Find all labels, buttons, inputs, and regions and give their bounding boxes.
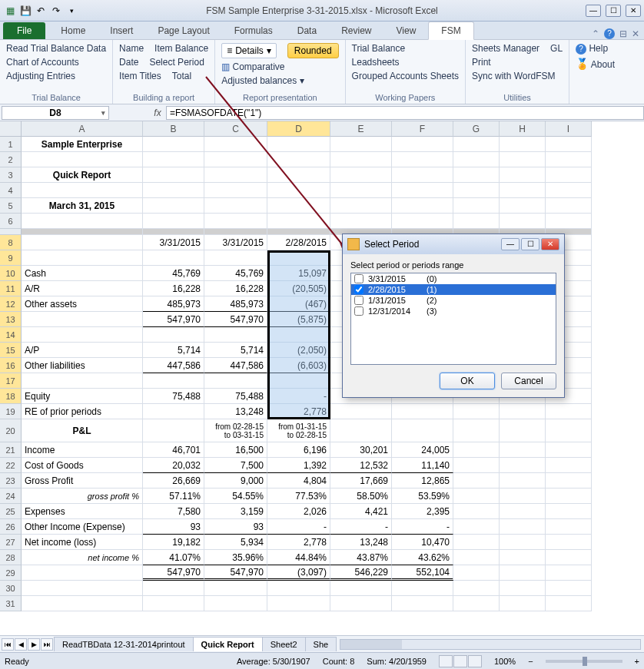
cell[interactable]: 2,778	[267, 535, 330, 550]
cell[interactable]	[453, 214, 500, 229]
cell[interactable]: 6,196	[267, 442, 330, 458]
row-header[interactable]: 16	[0, 358, 22, 373]
cell[interactable]	[204, 183, 267, 198]
cell[interactable]: 13,248	[330, 535, 392, 550]
cell[interactable]	[546, 419, 592, 442]
cell[interactable]: 547,970	[143, 565, 204, 581]
period-checkbox[interactable]	[354, 296, 363, 305]
tab-page-layout[interactable]: Page Layout	[145, 22, 221, 39]
cell[interactable]	[204, 214, 267, 229]
cell[interactable]	[330, 198, 392, 214]
tab-insert[interactable]: Insert	[98, 22, 145, 39]
cell[interactable]	[143, 198, 204, 214]
cell[interactable]: 75,488	[204, 389, 267, 404]
cell[interactable]	[143, 581, 204, 596]
cell[interactable]: Cash	[22, 266, 143, 281]
next-sheet-icon[interactable]: ▶	[28, 638, 40, 651]
row-header[interactable]: 29	[0, 565, 22, 581]
cell[interactable]: 10,470	[392, 535, 453, 550]
cell[interactable]	[330, 596, 392, 611]
cancel-button[interactable]: Cancel	[501, 373, 556, 389]
dialog-titlebar[interactable]: Select Period — ☐ ✕	[343, 234, 564, 254]
cell[interactable]: RE of prior periods	[22, 404, 143, 419]
row-header[interactable]: 20	[0, 419, 22, 442]
cell[interactable]	[22, 581, 143, 596]
adj-balances-button[interactable]: Adjusted balances ▾	[221, 75, 338, 86]
cell[interactable]	[267, 214, 330, 229]
cell[interactable]: 35.96%	[204, 550, 267, 565]
cell[interactable]	[500, 596, 546, 611]
cell[interactable]	[267, 327, 330, 343]
zoom-out-icon[interactable]: −	[528, 657, 533, 666]
tab-review[interactable]: Review	[329, 22, 383, 39]
cell[interactable]: 16,228	[204, 281, 267, 296]
undo-icon[interactable]: ↶	[34, 4, 48, 18]
cell[interactable]	[500, 519, 546, 535]
cell[interactable]: 1,392	[267, 458, 330, 473]
sheets-manager-button[interactable]: Sheets Manager	[472, 43, 539, 54]
cell[interactable]: 46,701	[143, 442, 204, 458]
name-box[interactable]: D8	[2, 106, 109, 120]
cell[interactable]: A/R	[22, 281, 143, 296]
cell[interactable]: (2,050)	[267, 343, 330, 358]
cell[interactable]	[267, 373, 330, 389]
row-header[interactable]	[0, 229, 22, 235]
row-header[interactable]: 27	[0, 535, 22, 550]
cell[interactable]	[22, 183, 143, 198]
window-restore-icon[interactable]: ⊟	[619, 28, 627, 39]
cell[interactable]: 447,586	[204, 358, 267, 373]
col-header[interactable]: G	[453, 121, 500, 137]
cell[interactable]	[453, 489, 500, 504]
cell[interactable]: 43.87%	[330, 550, 392, 565]
cell[interactable]	[143, 229, 204, 235]
period-checkbox[interactable]	[354, 274, 363, 283]
cell[interactable]: 16,500	[204, 442, 267, 458]
row-header[interactable]: 4	[0, 183, 22, 198]
cell[interactable]: net income %	[22, 550, 143, 565]
cell[interactable]: 485,973	[143, 296, 204, 312]
cell[interactable]	[267, 198, 330, 214]
read-tb-button[interactable]: Read Trial Balance Data	[6, 43, 106, 54]
cell[interactable]: Sample Enterprise	[22, 137, 143, 152]
cell[interactable]	[330, 581, 392, 596]
cell[interactable]	[392, 152, 453, 167]
cell[interactable]	[267, 250, 330, 266]
ok-button[interactable]: OK	[440, 373, 495, 389]
cell[interactable]	[204, 229, 267, 235]
cell[interactable]: Income	[22, 442, 143, 458]
cell[interactable]	[267, 229, 330, 235]
cell[interactable]: 11,140	[392, 458, 453, 473]
dialog-minimize-button[interactable]: —	[501, 238, 520, 250]
cell[interactable]	[453, 458, 500, 473]
cell[interactable]	[546, 504, 592, 519]
cell[interactable]	[500, 152, 546, 167]
cell[interactable]: (467)	[267, 296, 330, 312]
cell[interactable]: 19,182	[143, 535, 204, 550]
cell[interactable]	[392, 137, 453, 152]
row-header[interactable]: 18	[0, 389, 22, 404]
cell[interactable]: -	[330, 519, 392, 535]
cell[interactable]	[267, 152, 330, 167]
row-header[interactable]: 10	[0, 266, 22, 281]
cell[interactable]	[546, 458, 592, 473]
cell[interactable]	[392, 581, 453, 596]
cell[interactable]	[330, 404, 392, 419]
window-close-icon[interactable]: ✕	[632, 28, 639, 39]
cell[interactable]: Other liabilities	[22, 358, 143, 373]
row-header[interactable]: 25	[0, 504, 22, 519]
cell[interactable]: 26,669	[143, 473, 204, 489]
cell[interactable]	[22, 312, 143, 327]
col-header[interactable]: H	[500, 121, 546, 137]
save-icon[interactable]: 💾	[18, 4, 32, 18]
last-sheet-icon[interactable]: ⏭	[41, 638, 53, 651]
fx-icon[interactable]: fx	[149, 108, 166, 118]
cell[interactable]: from 02-28-15to 03-31-15	[204, 419, 267, 442]
row-header[interactable]: 30	[0, 581, 22, 596]
cell[interactable]	[546, 519, 592, 535]
row-header[interactable]: 23	[0, 473, 22, 489]
cell[interactable]: 2,395	[392, 504, 453, 519]
row-header[interactable]: 19	[0, 404, 22, 419]
col-header[interactable]: F	[392, 121, 453, 137]
cell[interactable]: 45,769	[204, 266, 267, 281]
details-button[interactable]: ≡ Details ▾	[221, 43, 277, 58]
